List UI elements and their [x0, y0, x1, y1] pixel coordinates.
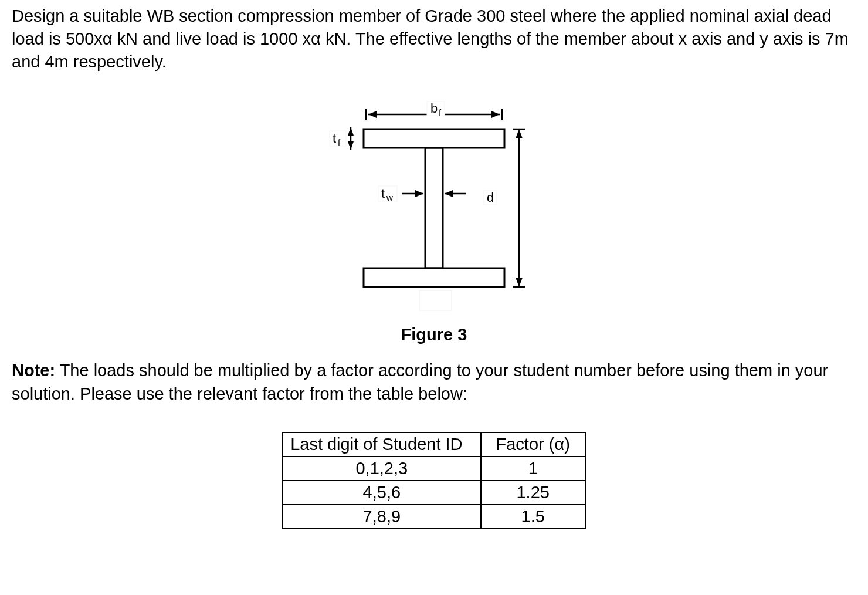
svg-rect-1: [425, 148, 443, 268]
table-cell: 4,5,6: [283, 481, 480, 505]
svg-marker-25: [516, 129, 523, 138]
svg-marker-18: [415, 190, 423, 197]
svg-marker-7: [491, 111, 500, 118]
svg-rect-0: [364, 129, 504, 148]
figure-container: b f t f t w d Figure 3: [12, 97, 856, 344]
note-text: Note: The loads should be multiplied by …: [12, 359, 856, 405]
ibeam-diagram: b f t f t w d: [287, 97, 581, 314]
table-cell: 7,8,9: [283, 505, 480, 529]
factor-table: Last digit of Student ID Factor (α) 0,1,…: [282, 432, 586, 529]
note-label: Note:: [12, 361, 55, 380]
table-row: 7,8,9 1.5: [283, 505, 585, 529]
figure-caption: Figure 3: [12, 325, 856, 344]
svg-text:w: w: [386, 192, 393, 202]
svg-text:t: t: [381, 186, 385, 201]
table-row: 0,1,2,3 1: [283, 457, 585, 481]
svg-marker-6: [368, 111, 377, 118]
table-cell: 1.5: [481, 505, 585, 529]
svg-rect-2: [364, 268, 504, 287]
svg-marker-26: [516, 278, 523, 287]
table-header-row: Last digit of Student ID Factor (α): [283, 432, 585, 457]
svg-marker-20: [445, 190, 453, 197]
svg-text:t: t: [333, 131, 336, 146]
table-cell: 1: [481, 457, 585, 481]
note-body: The loads should be multiplied by a fact…: [12, 361, 828, 403]
svg-text:d: d: [487, 190, 494, 205]
svg-rect-31: [419, 290, 452, 310]
svg-marker-12: [348, 127, 354, 136]
problem-statement: Design a suitable WB section compression…: [12, 5, 856, 73]
svg-marker-13: [348, 141, 354, 150]
table-header-studentid: Last digit of Student ID: [283, 432, 480, 457]
svg-text:b: b: [430, 101, 438, 116]
table-row: 4,5,6 1.25: [283, 481, 585, 505]
table-cell: 1.25: [481, 481, 585, 505]
table-header-factor: Factor (α): [481, 432, 585, 457]
table-cell: 0,1,2,3: [283, 457, 480, 481]
